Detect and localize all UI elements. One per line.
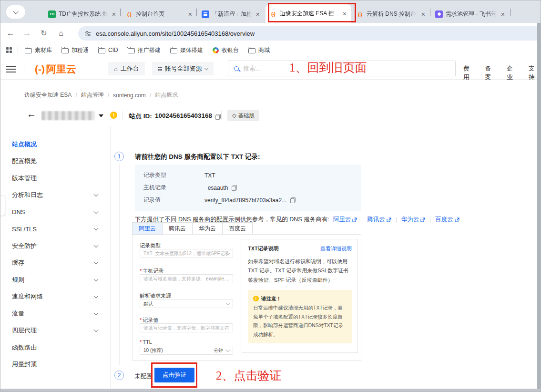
breadcrumb-separator: / [108, 92, 109, 99]
host-record-input[interactable]: 请填写域名前缀，支持多级，如：ab.c... .example.... [140, 274, 233, 283]
nav-fees[interactable]: 费用 [463, 64, 474, 82]
sidebar-item-function-routes[interactable]: 函数路由 [0, 339, 110, 356]
site-switch-caret-icon[interactable] [99, 114, 103, 117]
url-text: esa.console.aliyun.com/site/100245616540… [96, 30, 255, 37]
reload-icon[interactable]: ↻ [37, 23, 51, 43]
tab-console-home[interactable]: (-) 控制台首页 × [122, 5, 197, 23]
browser-toolbar: ← → ↻ ⌂ esa.console.aliyun.com/site/1002… [0, 23, 541, 43]
tab-close-icon[interactable]: × [111, 11, 117, 18]
sidebar-item-security[interactable]: 安全防护 [0, 237, 110, 255]
record-label: 记录类型 [143, 171, 204, 179]
example-tab-aliyun[interactable]: 阿里云 [132, 222, 163, 235]
example-tab-baidu[interactable]: 百度云 [222, 222, 253, 235]
tab-title: 控制台首页 [136, 10, 184, 18]
search-placeholder: 搜索... [243, 64, 261, 73]
tab-close-icon[interactable]: × [187, 11, 193, 18]
bookmark-tuiguang[interactable]: 推广搭建 [128, 46, 161, 54]
sidebar-item-config-overview[interactable]: 配置概览 [0, 153, 110, 170]
annotation-note-2: 2、点击验证 [216, 368, 282, 383]
sidebar-item-speed-network[interactable]: 速度和网络 [0, 289, 110, 306]
tab-close-icon[interactable]: × [500, 11, 506, 18]
bookmark-cid[interactable]: CID [98, 47, 118, 53]
sidebar-item-dns[interactable]: DNS [0, 204, 110, 221]
account-resources-label: 账号全部资源 [165, 64, 202, 73]
tab-close-icon[interactable]: × [420, 11, 426, 18]
bookmark-label: CID [108, 47, 118, 53]
chevron-down-icon [94, 226, 99, 231]
sidebar-item-traffic[interactable]: 流量 [0, 305, 110, 322]
sidebar-item-cache[interactable]: 缓存 [0, 255, 110, 272]
sidebar-collapse-handle[interactable] [0, 195, 5, 216]
tab-td-ad-system[interactable]: TD TD广告投放系统-数 × [44, 5, 121, 23]
url-bar[interactable]: esa.console.aliyun.com/site/100245616540… [78, 26, 538, 41]
tab-close-icon[interactable]: × [255, 11, 261, 18]
chevron-down-icon [94, 243, 99, 248]
workbench-button[interactable]: ⌂ 工作台 [108, 62, 145, 75]
tab-feishu-project[interactable]: 需求池管理 - 飞书云 × [431, 5, 510, 23]
copy-icon[interactable] [290, 197, 296, 203]
sidebar-item-label: 函数路由 [12, 343, 37, 352]
bookmark-shouyintai[interactable]: 收银台 [213, 46, 239, 54]
bookmark-sucaiku[interactable]: 素材库 [25, 46, 52, 54]
folder-icon [170, 48, 177, 53]
resolve-source-select[interactable]: 默认 [140, 299, 233, 308]
sidebar-item-label: DNS [12, 208, 25, 216]
forward-icon[interactable]: → [20, 23, 34, 43]
breadcrumb-domain[interactable]: sunteng.com [113, 92, 146, 99]
breadcrumb-site-mgmt[interactable]: 站点管理 [81, 91, 104, 99]
site-id-value: 1002456165403168 [155, 112, 212, 119]
account-resources-button[interactable]: 账号全部资源 [152, 62, 214, 75]
copy-icon[interactable] [232, 185, 237, 191]
sidebar-item-rules[interactable]: 规则 [0, 271, 110, 289]
sidebar-item-label: 缓存 [12, 258, 24, 267]
back-icon[interactable]: ← [3, 23, 18, 43]
ttl-unit-select[interactable]: 分钟 [210, 346, 233, 355]
chevron-down-icon [226, 348, 230, 351]
bookmark-label: 素材库 [35, 46, 52, 54]
provider-link-tencent[interactable]: 腾讯云 [367, 216, 391, 224]
sidebar-item-label: 四层代理 [12, 326, 37, 335]
nav-beian[interactable]: 备案 [485, 64, 496, 82]
tab-feishu-doc[interactable]: 「新流程」加粉通-阿 × [198, 5, 265, 23]
sidebar-item-version-mgmt[interactable]: 版本管理 [0, 170, 110, 187]
sidebar-item-site-overview[interactable]: 站点概况 [0, 136, 110, 153]
chevron-down-icon [94, 310, 99, 315]
nav-enterprise[interactable]: 企业 [507, 64, 517, 82]
provider-link-aliyun[interactable]: 阿里云 [333, 216, 357, 224]
divider [430, 217, 430, 223]
warning-icon: ! [253, 296, 259, 301]
bookmark-meiti[interactable]: 媒体搭建 [170, 46, 203, 54]
aliyun-logo-mark: (-) [35, 63, 45, 75]
aliyun-logo[interactable]: (-) 阿里云 [35, 62, 76, 76]
sidebar-item-usage-cap[interactable]: 用量封顶 [0, 356, 110, 373]
record-type-select[interactable]: TXT- 文本长度限制512，通常做SPF记录（反垃圾邮件） [140, 249, 233, 258]
tab-dns-console[interactable]: (-) 云解析 DNS 控制台 × [352, 5, 430, 23]
hamburger-menu-icon[interactable] [6, 64, 16, 74]
bookmark-jiafentong[interactable]: 加粉通 [61, 46, 89, 54]
site-info-icon[interactable] [85, 31, 91, 37]
provider-link-huawei[interactable]: 华为云 [401, 216, 426, 224]
annotation-note-1: 1、回到旧页面 [289, 60, 367, 75]
copy-icon[interactable] [215, 114, 221, 120]
provider-link-baidu[interactable]: 百度云 [435, 216, 459, 224]
sidebar-item-ssl-tls[interactable]: SSL/TLS [0, 221, 110, 238]
tab-title: 「新流程」加粉通-阿 [212, 10, 252, 18]
verify-status: 未配置 [134, 372, 153, 381]
panel-title: TXT记录说明 [248, 245, 279, 252]
example-tab-huawei[interactable]: 华为云 [192, 222, 223, 235]
example-tab-tencent[interactable]: 腾讯云 [162, 222, 193, 235]
breadcrumb-esa[interactable]: 边缘安全加速 ESA [24, 91, 71, 99]
tab-title: TD广告投放系统-数 [59, 10, 108, 18]
sidebar-item-analytics-logs[interactable]: 分析和日志 [0, 187, 110, 204]
view-details-link[interactable]: 查看详细说明 [320, 245, 352, 252]
home-icon[interactable]: ⌂ [54, 23, 68, 43]
tab-search-button[interactable] [6, 5, 25, 19]
ttl-input[interactable]: 10 (推荐) [140, 346, 210, 355]
apps-grid-icon[interactable] [6, 47, 12, 53]
sidebar-item-l4-proxy[interactable]: 四层代理 [0, 322, 110, 340]
record-value-input[interactable]: 请填写记录值，支持字母、数字和英文符号，512个字符以内 [140, 323, 233, 332]
plan-diamond-icon: ◇ [232, 112, 236, 119]
back-arrow[interactable]: ← [27, 109, 36, 120]
bookmark-shangcheng[interactable]: 商城 [248, 46, 270, 54]
bookmark-label: 推广搭建 [138, 46, 161, 54]
